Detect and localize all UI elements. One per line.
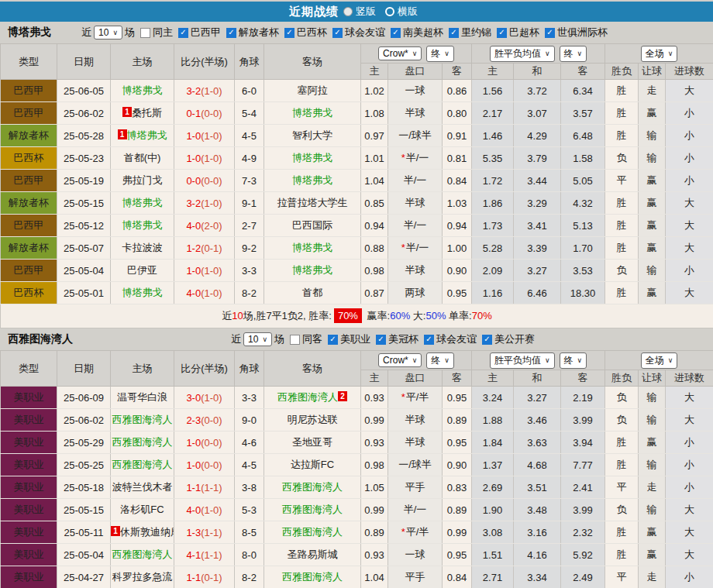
match-date: 25-05-25 bbox=[57, 454, 111, 476]
score-cell: 1-1(1-1) bbox=[174, 476, 235, 499]
column-header: 日期 bbox=[57, 44, 111, 80]
team-name: 西雅图海湾人 bbox=[8, 332, 73, 346]
avg-home: 2.69 bbox=[472, 476, 514, 499]
score-cell: 3-0(1-0) bbox=[174, 387, 235, 409]
avg-select-cell: 胜平负均值∨终∨ bbox=[472, 351, 605, 370]
league-checkbox[interactable]: ✓ bbox=[226, 28, 236, 38]
spread-result-cell: 赢 bbox=[639, 102, 666, 125]
chevron-down-icon: ∨ bbox=[545, 357, 550, 364]
spread-result-cell: 赢 bbox=[639, 432, 666, 454]
avg-state-select[interactable]: 终∨ bbox=[560, 46, 587, 62]
layout-radio-label[interactable]: 竖版 bbox=[356, 5, 376, 19]
match-count-select[interactable]: 10∨ bbox=[94, 26, 122, 40]
odds-company-select[interactable]: Crow*∨ bbox=[378, 46, 422, 60]
odds-select-cell: Crow*∨终∨ bbox=[361, 351, 472, 370]
team-label: 波特兰伐木者 bbox=[112, 481, 173, 493]
scope-select-value: 全场 bbox=[646, 354, 664, 367]
league-checkbox[interactable]: ✓ bbox=[391, 28, 401, 38]
spread-result-cell: 赢 bbox=[639, 237, 666, 260]
league-checkbox[interactable]: ✓ bbox=[328, 335, 338, 345]
column-header: 角球 bbox=[235, 351, 264, 387]
scope-select[interactable]: 全场∨ bbox=[641, 352, 678, 369]
match-date: 25-05-12 bbox=[57, 215, 111, 237]
fulltime-score: 3-2 bbox=[186, 198, 201, 209]
same-venue-checkbox[interactable] bbox=[290, 335, 300, 345]
team-label: 西雅图海湾人 bbox=[282, 571, 343, 583]
goals-result-cell: 大 bbox=[666, 521, 713, 544]
match-type-badge: 美职业 bbox=[1, 499, 57, 521]
home-team-cell: 巴伊亚 bbox=[111, 260, 174, 282]
result-cell: 胜 bbox=[605, 544, 639, 566]
match-type-badge: 美职业 bbox=[1, 387, 57, 409]
fulltime-score: 1-1 bbox=[186, 482, 201, 493]
odds-state-select[interactable]: 终∨ bbox=[426, 352, 454, 369]
result-cell: 负 bbox=[605, 409, 639, 432]
fulltime-score: 3-2 bbox=[186, 85, 201, 97]
fulltime-score: 1-1 bbox=[186, 572, 201, 583]
goals-result-cell: 大 bbox=[666, 409, 713, 432]
team-label: 明尼苏达联 bbox=[288, 414, 338, 425]
handicap-cell: 平手 bbox=[388, 476, 443, 499]
match-date: 25-05-23 bbox=[57, 147, 111, 170]
layout-radio-label[interactable]: 横版 bbox=[398, 5, 418, 19]
column-header: 主场 bbox=[111, 351, 174, 387]
chevron-down-icon: ∨ bbox=[545, 50, 550, 57]
fulltime-score: 1-0 bbox=[186, 437, 201, 449]
match-row: 解放者杯25-05-15博塔弗戈3-2(1-0)9-1拉普拉塔大学生0.85半球… bbox=[1, 192, 713, 215]
team-label: 达拉斯FC bbox=[291, 459, 334, 470]
avg-home: 1.51 bbox=[472, 544, 514, 566]
result-cell: 平 bbox=[605, 566, 639, 588]
match-count-select[interactable]: 10∨ bbox=[243, 332, 272, 346]
away-team-cell: 博塔弗戈 bbox=[264, 237, 361, 260]
scope-select[interactable]: 全场∨ bbox=[641, 46, 678, 62]
league-checkbox-label: 巴西杯 bbox=[297, 26, 327, 40]
league-checkbox[interactable]: ✓ bbox=[497, 28, 507, 38]
league-checkbox[interactable]: ✓ bbox=[545, 28, 555, 38]
filter-bar: 近10∨场同客✓美职业✓美冠杯✓球会友谊✓美公开赛 bbox=[231, 332, 535, 346]
odds-state-select[interactable]: 终∨ bbox=[426, 46, 454, 62]
league-checkbox[interactable]: ✓ bbox=[178, 28, 188, 38]
odds-company-select[interactable]: Crow*∨ bbox=[378, 353, 422, 367]
chevron-down-icon: ∨ bbox=[262, 336, 267, 343]
league-checkbox[interactable]: ✓ bbox=[284, 28, 294, 38]
team-label: 休斯敦迪纳摩 bbox=[120, 526, 174, 538]
league-checkbox[interactable]: ✓ bbox=[449, 28, 459, 38]
same-venue-checkbox[interactable] bbox=[140, 28, 150, 38]
avg-draw: 4.68 bbox=[514, 454, 561, 476]
home-team-cell: 温哥华白浪 bbox=[111, 387, 174, 409]
match-type-badge: 美职业 bbox=[1, 454, 57, 476]
column-header: 日期 bbox=[57, 351, 111, 387]
away-team-cell: 拉普拉塔大学生 bbox=[264, 192, 361, 215]
team-label: 首都 bbox=[302, 287, 322, 298]
scope-select-cell: 全场∨ bbox=[605, 351, 713, 370]
avg-state-select[interactable]: 终∨ bbox=[560, 352, 587, 369]
avg-draw: 3.51 bbox=[514, 476, 561, 499]
match-row: 美职业25-05-29西雅图海湾人1-0(0-0)4-6圣地亚哥0.93半球0.… bbox=[1, 432, 713, 454]
away-odds: 0.90 bbox=[443, 454, 472, 476]
league-checkbox[interactable]: ✓ bbox=[376, 335, 386, 345]
league-checkbox[interactable]: ✓ bbox=[482, 335, 492, 345]
match-type-badge: 美职业 bbox=[1, 409, 57, 432]
handicap-label: 平手 bbox=[405, 481, 425, 493]
avg-away: 4.32 bbox=[561, 192, 605, 215]
away-odds: 0.89 bbox=[443, 409, 472, 432]
avg-away: 2.41 bbox=[561, 476, 605, 499]
league-checkbox[interactable]: ✓ bbox=[332, 28, 343, 38]
avg-type-select[interactable]: 胜平负均值∨ bbox=[490, 46, 555, 62]
league-checkbox[interactable]: ✓ bbox=[424, 335, 434, 345]
result-cell: 负 bbox=[605, 387, 639, 409]
match-date: 25-05-28 bbox=[57, 125, 111, 147]
match-row: 巴西甲25-05-04巴伊亚1-0(1-0)3-3博塔弗戈0.98半球0.902… bbox=[1, 260, 713, 282]
column-header: 让球 bbox=[639, 64, 666, 80]
layout-radio-vertical-icon[interactable] bbox=[343, 7, 353, 16]
goals-result-cell: 大 bbox=[666, 192, 713, 215]
column-header: 主 bbox=[361, 64, 388, 80]
avg-draw: 3.44 bbox=[514, 170, 561, 192]
avg-type-select[interactable]: 胜平负均值∨ bbox=[490, 352, 555, 369]
handicap-label: 半/一 bbox=[404, 504, 427, 515]
layout-radio-horizontal-icon[interactable] bbox=[385, 7, 394, 16]
away-team-cell: 西雅图海湾人 bbox=[264, 499, 361, 521]
result-cell: 胜 bbox=[605, 521, 639, 544]
summary-segment: 赢率: bbox=[364, 310, 390, 322]
avg-home: 1.84 bbox=[472, 432, 514, 454]
